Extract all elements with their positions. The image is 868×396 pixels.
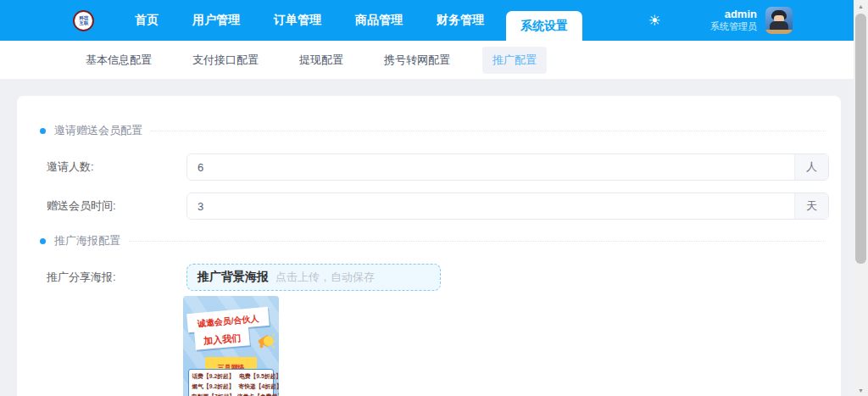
- nav-item-orders[interactable]: 订单管理: [257, 0, 338, 41]
- deal-item: 电费【9.5折起】: [237, 372, 279, 381]
- nav-item-products[interactable]: 商品管理: [338, 0, 420, 41]
- nav-item-settings[interactable]: 系统设置: [506, 11, 582, 41]
- tab-number-portability[interactable]: 携号转网配置: [376, 47, 459, 74]
- scrollbar-thumb[interactable]: [855, 14, 866, 264]
- logo-text-line2: 互联: [79, 20, 88, 25]
- section-divider: [151, 131, 826, 131]
- poster-deal-box: 话费【9.2折起】 电费【9.5折起】 燃气【9.2折起】 寄快递【4折起】 电…: [188, 369, 274, 396]
- page: 科技 互联 首页 用户管理 订单管理 商品管理 财务管理 系统设置 ☀ admi…: [0, 0, 868, 396]
- nav-item-home[interactable]: 首页: [118, 0, 175, 41]
- gift-days-group: 天: [186, 192, 829, 220]
- content-area: 邀请赠送会员配置 邀请人数: 人 赠送会员时间: 天 推广海报配置: [0, 79, 854, 396]
- deal-item: 燃气【9.2折起】: [192, 382, 235, 391]
- invite-count-unit: 人: [794, 154, 828, 180]
- poster-preview-image[interactable]: 诚邀会员/合伙人 加入我们 三月网络 话费【9.: [183, 296, 279, 396]
- share-poster-row: 推广分享海报: 推广背景海报 点击上传，自动保存: [29, 264, 829, 291]
- deal-item: 流量卡【免费领】: [237, 393, 279, 396]
- username: admin: [710, 8, 757, 21]
- bullet-dot-icon: [40, 128, 46, 134]
- poster-upload-button[interactable]: 推广背景海报 点击上传，自动保存: [186, 264, 441, 291]
- poster-headline1: 诚邀会员/合伙人: [197, 314, 259, 328]
- settings-tabbar: 基本信息配置 支付接口配置 提现配置 携号转网配置 推广配置: [0, 41, 854, 79]
- upload-hint: 点击上传，自动保存: [275, 270, 375, 285]
- gift-days-unit: 天: [794, 193, 828, 219]
- nav-item-users[interactable]: 用户管理: [175, 0, 257, 41]
- tab-promotion[interactable]: 推广配置: [482, 47, 547, 74]
- section-title: 邀请赠送会员配置: [54, 123, 142, 138]
- app-logo[interactable]: 科技 互联: [73, 10, 94, 31]
- poster-preview-wrap: 诚邀会员/合伙人 加入我们 三月网络 话费【9.: [183, 296, 829, 396]
- gift-days-label: 赠送会员时间:: [29, 192, 186, 220]
- page-scrollbar[interactable]: ▲ ▼: [854, 0, 868, 396]
- section-poster-config: 推广海报配置: [29, 233, 829, 248]
- nav-item-finance[interactable]: 财务管理: [420, 0, 501, 41]
- tab-payment-api[interactable]: 支付接口配置: [184, 47, 267, 74]
- scrollbar-down-arrow[interactable]: ▼: [854, 384, 868, 396]
- invite-count-group: 人: [186, 153, 829, 181]
- deal-item: 电影票【7折起】: [192, 393, 235, 396]
- avatar-desk: [765, 30, 793, 34]
- user-meta: admin 系统管理员: [710, 8, 757, 33]
- top-header: 科技 互联 首页 用户管理 订单管理 商品管理 财务管理 系统设置 ☀ admi…: [0, 0, 854, 41]
- share-poster-label: 推广分享海报:: [29, 264, 186, 291]
- invite-count-label: 邀请人数:: [29, 153, 186, 181]
- invite-count-input[interactable]: [187, 154, 794, 180]
- main-nav: 首页 用户管理 订单管理 商品管理 财务管理 系统设置: [118, 0, 587, 41]
- section-title: 推广海报配置: [54, 233, 120, 248]
- avatar[interactable]: [765, 7, 793, 34]
- tab-basic-info[interactable]: 基本信息配置: [77, 47, 160, 74]
- scrollbar-up-arrow[interactable]: ▲: [854, 0, 868, 12]
- deal-item: 话费【9.2折起】: [192, 372, 235, 381]
- header-right: ☀ admin 系统管理员: [648, 7, 793, 34]
- logo-text-line1: 科技: [79, 15, 88, 20]
- gift-days-row: 赠送会员时间: 天: [29, 192, 829, 220]
- section-invite-config: 邀请赠送会员配置: [29, 123, 829, 138]
- invite-count-row: 邀请人数: 人: [29, 153, 829, 181]
- upload-title: 推广背景海报: [198, 270, 269, 285]
- poster-headline-banner2: 加入我们: [194, 326, 250, 349]
- tab-withdraw[interactable]: 提现配置: [291, 47, 352, 74]
- settings-card: 邀请赠送会员配置 邀请人数: 人 赠送会员时间: 天 推广海报配置: [17, 96, 841, 396]
- deal-item: 寄快递【4折起】: [237, 382, 279, 391]
- megaphone-icon: [257, 333, 275, 350]
- section-divider: [129, 241, 826, 242]
- user-role: 系统管理员: [710, 21, 757, 33]
- poster-headline2: 加入我们: [203, 332, 242, 346]
- bullet-dot-icon: [40, 238, 46, 244]
- gift-days-input[interactable]: [187, 193, 794, 219]
- theme-toggle-sun-icon[interactable]: ☀: [648, 12, 661, 30]
